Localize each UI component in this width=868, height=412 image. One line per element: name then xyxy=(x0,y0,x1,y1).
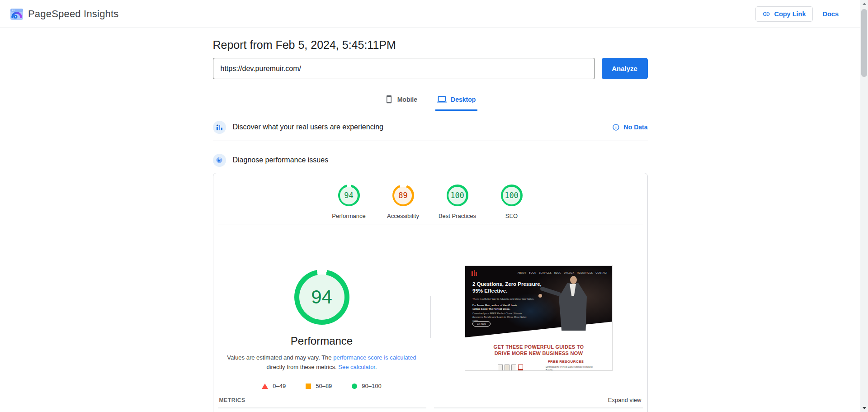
category-label: Best Practices xyxy=(439,213,476,219)
diagnose-section-label: Diagnose performance issues xyxy=(233,156,329,164)
metrics-header-row: METRICS Expand view xyxy=(213,397,647,403)
thumbnail-subtext: There Is a Better Way to Advance and clo… xyxy=(472,298,534,300)
thumbnail-free-resources: FREE RESOURCES xyxy=(519,360,612,364)
thumbnail-headline: 2 Questions, Zero Pressure, 95% Effectiv… xyxy=(472,281,542,294)
category-label: Performance xyxy=(332,213,365,219)
scroll-down-button[interactable] xyxy=(860,404,868,412)
thumbnail-note: Download the Perfect Close Ultimate Reso… xyxy=(546,365,600,371)
copy-link-label: Copy Link xyxy=(774,10,806,18)
category-accessibility[interactable]: 89 Accessibility xyxy=(376,185,430,219)
thumbnail-cta-button: Get Yours xyxy=(472,321,491,327)
performance-panel: 94 Performance Values are estimated and … xyxy=(213,224,647,389)
mobile-phone-icon xyxy=(385,95,393,104)
pagespeed-logo-icon xyxy=(10,7,24,21)
report-title: Report from Feb 5, 2024, 5:45:11PM xyxy=(213,37,648,52)
category-performance[interactable]: 94 Performance xyxy=(322,185,376,219)
legend-label: 90–100 xyxy=(362,383,381,389)
thumbnail-nav: ABOUT BOOK SERVICES BLOG UNLOCK RESOURCE… xyxy=(518,271,608,274)
category-scores-row: 94 Performance 89 Accessibility xyxy=(213,173,647,219)
performance-panel-title: Performance xyxy=(291,335,353,347)
scroll-up-icon xyxy=(863,3,866,5)
performance-description: Values are estimated and may vary. The p… xyxy=(216,353,428,372)
expand-view-button[interactable]: Expand view xyxy=(608,397,642,403)
metrics-label: METRICS xyxy=(219,397,245,403)
section-divider xyxy=(213,141,648,141)
diagnose-section-header: Diagnose performance issues xyxy=(213,154,648,166)
category-seo[interactable]: 100 SEO xyxy=(485,185,539,219)
link-icon xyxy=(762,10,770,18)
app-logo[interactable]: PageSpeed Insights xyxy=(10,7,119,21)
page-screenshot-thumbnail: ABOUT BOOK SERVICES BLOG UNLOCK RESOURCE… xyxy=(465,265,613,371)
app-header: PageSpeed Insights Copy Link Docs xyxy=(0,0,860,28)
tab-mobile[interactable]: Mobile xyxy=(383,92,419,111)
accessibility-score-gauge: 89 xyxy=(392,185,414,206)
tab-mobile-label: Mobile xyxy=(397,96,417,103)
performance-score-gauge: 94 xyxy=(338,185,360,206)
score-legend: 0–49 50–89 90–100 xyxy=(262,383,381,389)
score-calculation-link[interactable]: performance score is calculated xyxy=(333,354,416,361)
thumbnail-site-logo xyxy=(472,270,477,276)
desc-text: directly from these metrics. xyxy=(266,364,338,370)
docs-link[interactable]: Docs xyxy=(823,10,839,18)
no-data-label: No Data xyxy=(624,123,648,131)
device-tabs: Mobile Desktop xyxy=(213,92,648,111)
thumbnail-subtext: I'm James Muir, author of the #1 best-se… xyxy=(472,303,524,311)
performance-summary-column: 94 Performance Values are estimated and … xyxy=(213,224,430,389)
category-label: SEO xyxy=(505,213,518,219)
thumbnail-guides-heading: GET THESE POWERFUL GUIDES TO DRIVE MORE … xyxy=(465,344,612,356)
info-icon xyxy=(612,123,620,131)
legend-label: 0–49 xyxy=(273,383,286,389)
category-label: Accessibility xyxy=(387,213,419,219)
legend-average-range: 50–89 xyxy=(306,383,332,389)
tab-desktop-label: Desktop xyxy=(451,96,476,103)
vertical-scrollbar[interactable] xyxy=(860,0,868,412)
panel-vertical-divider xyxy=(430,296,431,338)
tab-desktop[interactable]: Desktop xyxy=(435,92,477,111)
pagespeed-insights-app: PageSpeed Insights Copy Link Docs Report… xyxy=(0,0,868,412)
see-calculator-link[interactable]: See calculator xyxy=(338,364,375,370)
legend-pass-range: 90–100 xyxy=(352,383,381,389)
scroll-up-button[interactable] xyxy=(860,0,868,8)
desc-text: . xyxy=(375,364,377,370)
discover-section-header: Discover what your real users are experi… xyxy=(213,118,648,136)
thumbnail-hero-section xyxy=(465,266,612,337)
lab-data-gauge-icon xyxy=(213,154,226,167)
seo-score-gauge: 100 xyxy=(501,185,523,206)
field-data-icon xyxy=(213,121,226,134)
url-input[interactable] xyxy=(213,58,595,79)
no-data-status[interactable]: No Data xyxy=(612,123,648,131)
fail-triangle-icon xyxy=(262,384,268,389)
thumbnail-book-covers xyxy=(498,365,523,371)
category-best-practices[interactable]: 100 Best Practices xyxy=(430,185,485,219)
url-row: Analyze xyxy=(213,58,648,79)
desc-text: Values are estimated and may vary. The xyxy=(227,354,333,361)
desktop-laptop-icon xyxy=(437,95,447,104)
analyze-button[interactable]: Analyze xyxy=(602,58,648,79)
legend-label: 50–89 xyxy=(316,383,332,389)
best-practices-score-gauge: 100 xyxy=(447,185,468,206)
screenshot-column: ABOUT BOOK SERVICES BLOG UNLOCK RESOURCE… xyxy=(430,224,647,389)
scrollbar-thumb[interactable] xyxy=(861,9,867,77)
app-title: PageSpeed Insights xyxy=(28,8,119,20)
metric-item-top-borders xyxy=(213,407,647,408)
performance-main-gauge: 94 xyxy=(294,270,349,325)
average-square-icon xyxy=(306,384,311,389)
pass-circle-icon xyxy=(352,384,357,389)
legend-fail-range: 0–49 xyxy=(262,383,286,389)
discover-section-label: Discover what your real users are experi… xyxy=(233,123,383,131)
lighthouse-report-card: 94 Performance 89 Accessibility xyxy=(213,173,648,412)
copy-link-button[interactable]: Copy Link xyxy=(755,6,812,22)
scroll-down-icon xyxy=(863,407,866,409)
